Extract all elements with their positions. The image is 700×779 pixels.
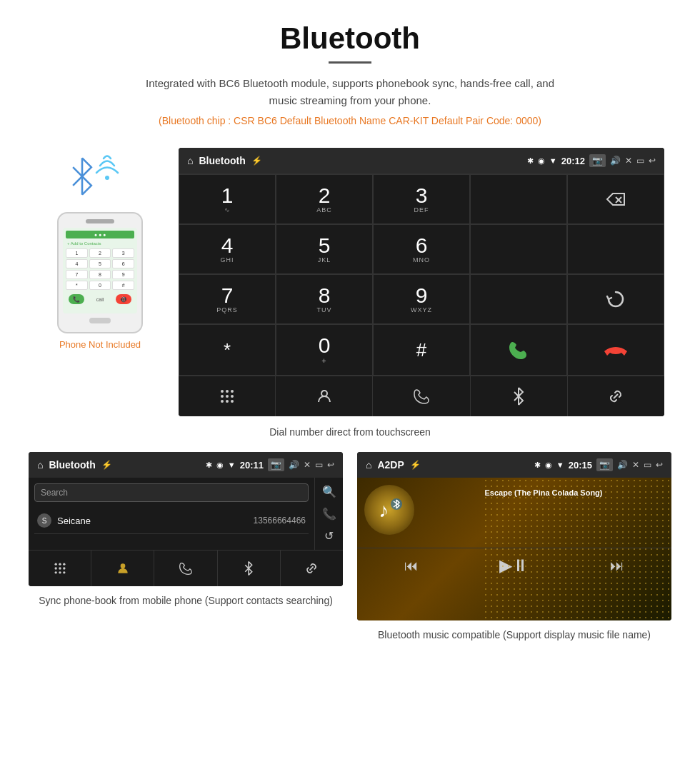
main-content: ● ● ● + Add to Contacts 1 2 3 4 5 6 7 8 … bbox=[0, 148, 700, 416]
music-home-icon[interactable]: ⌂ bbox=[366, 459, 371, 471]
nav-dialpad[interactable] bbox=[179, 376, 276, 416]
phone-key-6[interactable]: 6 bbox=[112, 259, 134, 268]
phone-home-button[interactable] bbox=[89, 318, 111, 323]
phone-mockup: ● ● ● + Add to Contacts 1 2 3 4 5 6 7 8 … bbox=[57, 212, 143, 333]
home-icon[interactable]: ⌂ bbox=[187, 155, 193, 166]
music-prev-button[interactable]: ⏮ bbox=[404, 558, 419, 574]
dial-key-5[interactable]: 5 JKL bbox=[276, 224, 373, 274]
status-bar-right: ✱ ◉ ▼ 20:12 📷 🔊 ✕ ▭ ↩ bbox=[527, 154, 656, 167]
svg-point-7 bbox=[221, 395, 224, 398]
bottom-screenshots: ⌂ Bluetooth ⚡ ✱ ◉ ▼ 20:11 📷 🔊 ✕ ▭ ↩ bbox=[0, 452, 700, 643]
music-back-icon[interactable]: ↩ bbox=[656, 460, 663, 470]
phone-side-icon[interactable]: 📞 bbox=[322, 507, 336, 521]
phone-screen: ● ● ● + Add to Contacts 1 2 3 4 5 6 7 8 … bbox=[63, 228, 137, 313]
music-camera-icon[interactable]: 📷 bbox=[596, 458, 613, 471]
phone-key-hash[interactable]: # bbox=[112, 281, 134, 290]
phone-key-4[interactable]: 4 bbox=[66, 259, 88, 268]
dial-key-7[interactable]: 7 PQRS bbox=[179, 274, 276, 324]
pb-nav-bluetooth[interactable] bbox=[218, 551, 281, 586]
bluetooth-icon-area bbox=[64, 148, 136, 205]
pb-location-icon: ◉ bbox=[216, 461, 224, 470]
phone-key-2[interactable]: 2 bbox=[89, 248, 111, 258]
pb-time: 20:11 bbox=[240, 460, 264, 471]
pb-dialpad-icon bbox=[53, 561, 67, 576]
pb-volume-icon[interactable]: 🔊 bbox=[289, 460, 299, 470]
dialpad-grid: 1 ∿ 2 ABC 3 DEF 4 GHI bbox=[179, 174, 664, 376]
wifi-status-icon: ▼ bbox=[549, 156, 557, 165]
music-volume-icon[interactable]: 🔊 bbox=[617, 460, 628, 470]
screen-icon[interactable]: ▭ bbox=[636, 156, 644, 166]
contact-row[interactable]: S Seicane 13566664466 bbox=[34, 508, 309, 534]
phone-key-3[interactable]: 3 bbox=[112, 248, 134, 258]
pb-close-icon[interactable]: ✕ bbox=[304, 460, 311, 470]
phone-key-5[interactable]: 5 bbox=[89, 259, 111, 268]
pb-back-icon[interactable]: ↩ bbox=[327, 460, 334, 470]
dial-end-button[interactable] bbox=[567, 324, 664, 376]
dial-key-1[interactable]: 1 ∿ bbox=[179, 174, 276, 224]
dial-key-star[interactable]: * bbox=[179, 324, 276, 376]
nav-bluetooth[interactable] bbox=[471, 376, 568, 416]
pb-bluetooth-icon bbox=[243, 561, 254, 576]
dial-key-3[interactable]: 3 DEF bbox=[373, 174, 470, 224]
back-icon[interactable]: ↩ bbox=[649, 156, 656, 166]
pb-bottom-nav bbox=[29, 550, 343, 586]
nav-link[interactable] bbox=[568, 376, 664, 416]
dial-key-6[interactable]: 6 MNO bbox=[373, 224, 470, 274]
dial-key-0[interactable]: 0 + bbox=[276, 324, 373, 376]
dial-refresh[interactable] bbox=[567, 274, 664, 324]
phone-key-9[interactable]: 9 bbox=[112, 270, 134, 279]
refresh-side-icon[interactable]: ↺ bbox=[324, 529, 334, 543]
phone-end-button[interactable]: 📵 bbox=[116, 294, 131, 304]
dial-backspace[interactable] bbox=[567, 174, 664, 224]
phone-key-star[interactable]: * bbox=[66, 281, 88, 290]
pb-nav-dialpad[interactable] bbox=[29, 551, 91, 586]
nav-contacts[interactable] bbox=[276, 376, 373, 416]
volume-icon[interactable]: 🔊 bbox=[610, 156, 621, 166]
pb-nav-link[interactable] bbox=[281, 551, 343, 586]
dial-key-hash[interactable]: # bbox=[373, 324, 470, 376]
dial-key-2[interactable]: 2 ABC bbox=[276, 174, 373, 224]
close-icon[interactable]: ✕ bbox=[625, 156, 632, 166]
pb-home-icon[interactable]: ⌂ bbox=[37, 459, 43, 471]
svg-point-16 bbox=[59, 563, 61, 566]
search-bar[interactable]: Search bbox=[34, 483, 309, 502]
pb-nav-contacts[interactable] bbox=[91, 551, 154, 586]
link-nav-icon bbox=[606, 387, 625, 406]
nav-phone[interactable] bbox=[373, 376, 470, 416]
pb-camera-icon[interactable]: 📷 bbox=[268, 458, 284, 471]
page-description: Integrated with BC6 Bluetooth module, su… bbox=[136, 75, 564, 109]
phonebook-status-bar: ⌂ Bluetooth ⚡ ✱ ◉ ▼ 20:11 📷 🔊 ✕ ▭ ↩ bbox=[29, 452, 343, 478]
title-divider bbox=[329, 61, 371, 64]
dial-description: Dial number direct from touchscreen bbox=[0, 426, 700, 438]
phonebook-screen: ⌂ Bluetooth ⚡ ✱ ◉ ▼ 20:11 📷 🔊 ✕ ▭ ↩ bbox=[29, 452, 343, 586]
music-caption: Bluetooth music compatible (Support disp… bbox=[378, 628, 651, 643]
search-side-icon[interactable]: 🔍 bbox=[322, 485, 336, 498]
svg-point-15 bbox=[54, 563, 56, 566]
phone-call-button[interactable]: 📞 bbox=[69, 294, 84, 304]
phone-key-7[interactable]: 7 bbox=[66, 270, 88, 279]
car-status-bar: ⌂ Bluetooth ⚡ ✱ ◉ ▼ 20:12 📷 🔊 ✕ ▭ ↩ bbox=[179, 148, 664, 174]
dial-call-button[interactable] bbox=[470, 324, 567, 376]
phonebook-caption-text: Sync phone-book from mobile phone (Suppo… bbox=[39, 595, 333, 606]
music-screen-icon[interactable]: ▭ bbox=[644, 460, 651, 470]
camera-icon[interactable]: 📷 bbox=[589, 154, 606, 167]
svg-point-6 bbox=[231, 390, 234, 393]
pb-screen-icon[interactable]: ▭ bbox=[315, 460, 323, 470]
phone-key-1[interactable]: 1 bbox=[66, 248, 88, 258]
music-close-icon[interactable]: ✕ bbox=[632, 460, 639, 470]
svg-text:♪: ♪ bbox=[379, 499, 389, 521]
pb-nav-phone[interactable] bbox=[154, 551, 217, 586]
pb-link-icon bbox=[304, 561, 319, 576]
status-time: 20:12 bbox=[561, 156, 585, 166]
dial-key-4[interactable]: 4 GHI bbox=[179, 224, 276, 274]
svg-point-5 bbox=[226, 390, 229, 393]
phone-key-8[interactable]: 8 bbox=[89, 270, 111, 279]
music-time: 20:15 bbox=[569, 460, 592, 471]
usb-icon: ⚡ bbox=[251, 156, 262, 166]
phonebook-content: Search S Seicane 13566664466 bbox=[29, 478, 314, 540]
dial-key-9[interactable]: 9 WXYZ bbox=[373, 274, 470, 324]
music-content: ♪ Escape (The Pina Colada Song) ⏮ ▶⏸ bbox=[357, 478, 671, 620]
music-wifi-icon: ▼ bbox=[556, 461, 564, 469]
dial-key-8[interactable]: 8 TUV bbox=[276, 274, 373, 324]
phone-key-0[interactable]: 0 bbox=[89, 281, 111, 290]
